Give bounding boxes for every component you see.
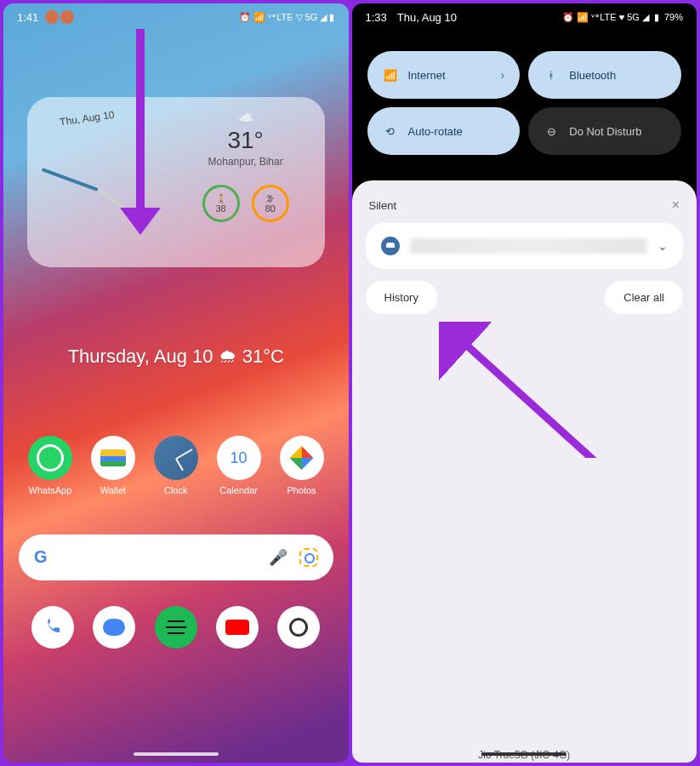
notification-panel: Silent × ⌄ History Clear all Jio True5G …: [352, 180, 697, 763]
app-photos[interactable]: Photos: [280, 436, 324, 495]
location: Mohanpur, Bihar: [208, 156, 283, 168]
wind-icon: 🌫: [266, 194, 275, 203]
notification-icons: [45, 10, 74, 24]
app-calendar[interactable]: Calendar: [217, 436, 261, 495]
status-icons: ⏰ 📶 ᵛᵒLTE ▽ 5G ◢ ▮: [239, 12, 334, 23]
status-time: 1:33: [366, 11, 387, 24]
wifi-icon: 📶: [383, 67, 398, 83]
silent-section-header: Silent ×: [366, 197, 684, 223]
mic-icon[interactable]: 🎤: [269, 548, 287, 567]
history-button[interactable]: History: [366, 281, 437, 314]
rotate-icon: ⟲: [383, 123, 398, 139]
dock-youtube[interactable]: [216, 606, 259, 649]
dock-messages[interactable]: [93, 606, 135, 649]
status-bar: 1:41 ⏰ 📶 ᵛᵒLTE ▽ 5G ◢ ▮: [3, 3, 349, 31]
notification-item[interactable]: ⌄: [366, 223, 684, 269]
status-date: Thu, Aug 10: [397, 11, 457, 24]
app-wallet[interactable]: Wallet: [91, 436, 135, 495]
dock-phone[interactable]: [31, 606, 74, 649]
close-icon[interactable]: ×: [672, 197, 680, 213]
cloud-app-icon: [381, 237, 400, 255]
temperature: 31°: [208, 127, 283, 154]
whatsapp-icon: [28, 436, 72, 480]
dock: [3, 606, 349, 649]
app-row: WhatsApp Wallet Clock Calendar Photos: [3, 436, 349, 495]
tile-autorotate[interactable]: ⟲ Auto-rotate: [367, 107, 521, 155]
battery-icon: ▮: [654, 12, 659, 23]
tile-bluetooth[interactable]: ᚼ Bluetooth: [528, 51, 681, 99]
home-screen: 1:41 ⏰ 📶 ᵛᵒLTE ▽ 5G ◢ ▮ Thu, Aug 10 ☁️ 3…: [3, 3, 349, 763]
clock-icon: [154, 436, 198, 480]
bluetooth-icon: ᚼ: [543, 67, 559, 83]
annotation-arrow-down: [136, 29, 161, 235]
wallet-icon: [91, 436, 135, 480]
notification-shade: 1:33 Thu, Aug 10 ⏰ 📶 ᵛᵒLTE ♥ 5G ◢ ▮ 79% …: [352, 3, 697, 763]
quick-settings: 📶 Internet › ᚼ Bluetooth ⟲ Auto-rotate ⊖…: [352, 31, 697, 169]
google-logo-icon: G: [34, 547, 54, 568]
photos-icon: [280, 436, 324, 480]
status-icons: ⏰ 📶 ᵛᵒLTE ♥ 5G ◢: [562, 12, 649, 23]
dnd-icon: ⊖: [543, 123, 559, 139]
cloud-icon: ☁️: [208, 111, 283, 127]
notification-content-blurred: [410, 238, 648, 254]
chevron-right-icon: ›: [501, 68, 505, 82]
clock-weather-widget[interactable]: Thu, Aug 10 ☁️ 31° Mohanpur, Bihar 🚶 38 …: [27, 97, 325, 267]
lens-icon[interactable]: [299, 548, 318, 567]
app-whatsapp[interactable]: WhatsApp: [28, 436, 72, 495]
walk-icon: 🚶: [216, 194, 226, 203]
tile-dnd[interactable]: ⊖ Do Not Disturb: [528, 107, 681, 155]
app-clock[interactable]: Clock: [154, 436, 198, 495]
weather-summary: ☁️ 31° Mohanpur, Bihar: [208, 111, 283, 168]
status-time: 1:41: [17, 11, 38, 24]
status-bar: 1:33 Thu, Aug 10 ⏰ 📶 ᵛᵒLTE ♥ 5G ◢ ▮ 79%: [352, 3, 697, 31]
dock-spotify[interactable]: [155, 606, 197, 649]
dock-camera[interactable]: [277, 606, 320, 649]
air-ring[interactable]: 🌫 80: [252, 185, 289, 222]
calendar-icon: [217, 436, 261, 480]
at-a-glance[interactable]: Thursday, Aug 10 🌧 31°C: [3, 346, 349, 368]
search-bar[interactable]: G 🎤: [19, 534, 333, 580]
gesture-pill[interactable]: [481, 752, 566, 756]
battery-percent: 79%: [664, 12, 683, 22]
clear-all-button[interactable]: Clear all: [605, 281, 683, 314]
gesture-pill[interactable]: [134, 752, 219, 756]
chevron-down-icon[interactable]: ⌄: [657, 239, 668, 253]
steps-ring[interactable]: 🚶 38: [202, 185, 240, 222]
widget-date: Thu, Aug 10: [59, 109, 115, 129]
tile-internet[interactable]: 📶 Internet ›: [367, 51, 521, 99]
